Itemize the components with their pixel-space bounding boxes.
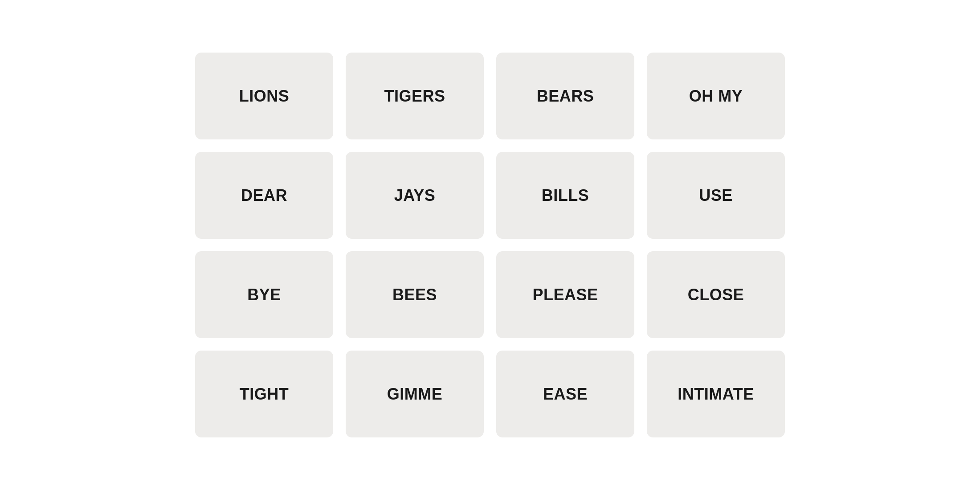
grid-item-gimme[interactable]: GIMME: [346, 351, 484, 437]
grid-item-bees[interactable]: BEES: [346, 251, 484, 338]
grid-item-bears[interactable]: BEARS: [496, 53, 634, 139]
grid-item-please[interactable]: PLEASE: [496, 251, 634, 338]
grid-item-ease[interactable]: EASE: [496, 351, 634, 437]
grid-item-label-please: PLEASE: [532, 286, 598, 304]
grid-item-label-lions: LIONS: [239, 87, 290, 106]
grid-item-label-bears: BEARS: [537, 87, 594, 106]
word-grid: LIONSTIGERSBEARSOH MYDEARJAYSBILLSUSEBYE…: [177, 35, 803, 455]
grid-item-label-ease: EASE: [543, 385, 588, 404]
grid-item-tigers[interactable]: TIGERS: [346, 53, 484, 139]
grid-item-use[interactable]: USE: [647, 152, 785, 239]
grid-item-label-oh-my: OH MY: [689, 87, 743, 106]
grid-item-oh-my[interactable]: OH MY: [647, 53, 785, 139]
grid-item-intimate[interactable]: INTIMATE: [647, 351, 785, 437]
grid-item-label-use: USE: [699, 186, 733, 205]
grid-item-bills[interactable]: BILLS: [496, 152, 634, 239]
grid-item-dear[interactable]: DEAR: [195, 152, 333, 239]
grid-item-lions[interactable]: LIONS: [195, 53, 333, 139]
grid-item-tight[interactable]: TIGHT: [195, 351, 333, 437]
grid-item-label-tight: TIGHT: [240, 385, 289, 404]
grid-item-label-bees: BEES: [392, 286, 437, 304]
grid-item-jays[interactable]: JAYS: [346, 152, 484, 239]
grid-item-label-jays: JAYS: [394, 186, 436, 205]
grid-item-close[interactable]: CLOSE: [647, 251, 785, 338]
grid-item-label-gimme: GIMME: [387, 385, 443, 404]
grid-item-label-bills: BILLS: [542, 186, 589, 205]
grid-item-bye[interactable]: BYE: [195, 251, 333, 338]
grid-item-label-tigers: TIGERS: [384, 87, 445, 106]
grid-item-label-close: CLOSE: [688, 286, 744, 304]
grid-item-label-dear: DEAR: [241, 186, 287, 205]
grid-item-label-bye: BYE: [247, 286, 281, 304]
grid-item-label-intimate: INTIMATE: [678, 385, 754, 404]
